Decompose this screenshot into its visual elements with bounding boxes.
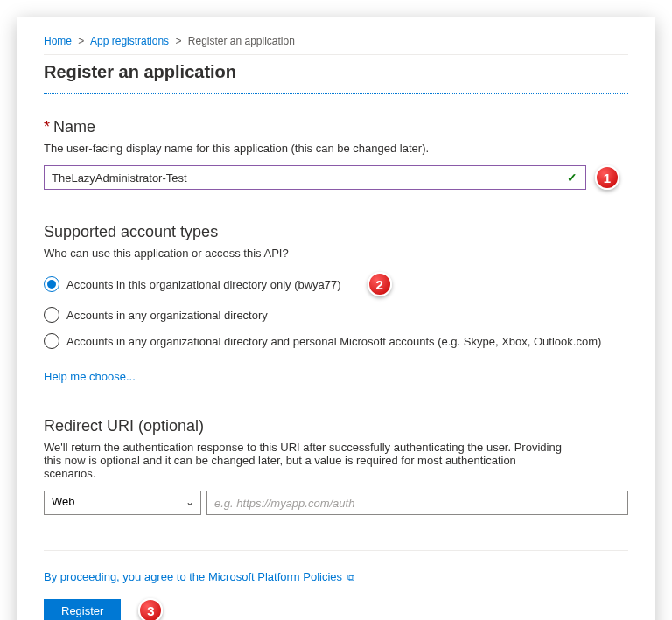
name-input[interactable] [44,165,586,190]
callout-badge-3: 3 [138,598,163,620]
redirect-uri-section: Redirect URI (optional) We'll return the… [44,417,628,515]
redirect-uri-input[interactable] [206,491,628,515]
breadcrumb: Home > App registrations > Register an a… [44,35,628,54]
chevron-right-icon: > [175,35,181,47]
name-helper: The user-facing display name for this ap… [44,142,628,155]
account-types-title: Supported account types [44,223,628,241]
breadcrumb-app-registrations[interactable]: App registrations [90,35,169,47]
platform-policies-link[interactable]: By proceeding, you agree to the Microsof… [44,570,354,583]
account-types-helper: Who can use this application or access t… [44,247,628,260]
checkmark-icon: ✓ [567,171,578,185]
account-types-section: Supported account types Who can use this… [44,223,628,384]
help-me-choose-link[interactable]: Help me choose... [44,370,136,383]
radio-label: Accounts in this organizational director… [66,278,341,291]
redirect-uri-helper: We'll return the authentication response… [44,441,569,480]
breadcrumb-home[interactable]: Home [44,35,72,47]
radio-icon [44,276,60,292]
page-container: Home > App registrations > Register an a… [18,17,654,620]
page-title: Register an application [44,54,628,93]
redirect-uri-title: Redirect URI (optional) [44,417,628,435]
radio-icon [44,333,60,349]
radio-option-any-org-personal[interactable]: Accounts in any organizational directory… [44,333,628,349]
register-button[interactable]: Register [44,599,121,621]
radio-option-any-org[interactable]: Accounts in any organizational directory [44,307,628,323]
required-star-icon: * [44,118,50,136]
external-link-icon: ⧉ [347,572,354,582]
radio-option-org-only[interactable]: Accounts in this organizational director… [44,272,628,296]
chevron-right-icon: > [78,35,84,47]
callout-badge-1: 1 [595,165,620,190]
radio-icon [44,307,60,323]
breadcrumb-current: Register an application [188,35,295,47]
radio-label: Accounts in any organizational directory [66,309,268,322]
callout-badge-2: 2 [368,272,392,296]
redirect-type-select[interactable]: Web [44,491,201,515]
bottom-bar: By proceeding, you agree to the Microsof… [44,550,628,620]
name-label: *Name [44,118,628,136]
name-section: *Name The user-facing display name for t… [44,118,628,190]
radio-label: Accounts in any organizational directory… [66,335,601,348]
divider [44,93,628,94]
